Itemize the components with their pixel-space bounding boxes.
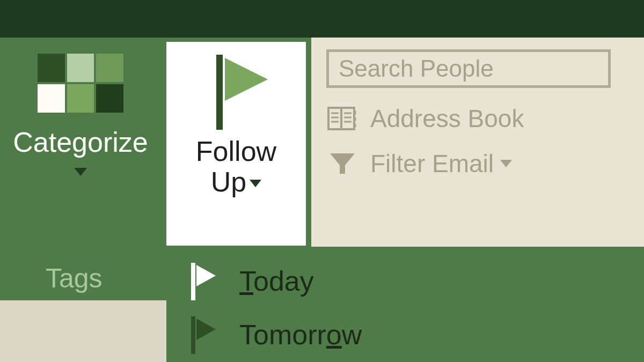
search-placeholder: Search People [339, 55, 494, 82]
categorize-label: Categorize [0, 126, 161, 158]
follow-up-menu: Today Tomorrow [166, 247, 644, 362]
svg-marker-15 [196, 265, 216, 286]
menu-item-tomorrow[interactable]: Tomorrow [166, 308, 644, 361]
follow-up-label: Follow Up [166, 136, 306, 197]
svg-rect-0 [216, 55, 223, 130]
flag-icon [201, 51, 271, 132]
address-book-button[interactable]: Address Book [326, 104, 629, 133]
chevron-down-icon [500, 160, 512, 167]
categorize-icon [38, 54, 123, 113]
svg-rect-14 [191, 263, 195, 300]
follow-up-button[interactable]: Follow Up [166, 42, 306, 246]
ribbon-group-label: Tags [46, 263, 103, 294]
svg-marker-17 [196, 319, 216, 340]
svg-marker-13 [330, 153, 355, 174]
flag-icon [188, 314, 218, 355]
search-people-input[interactable]: Search People [326, 49, 611, 88]
svg-rect-16 [191, 316, 195, 354]
address-book-icon [326, 107, 358, 130]
funnel-icon [326, 151, 358, 176]
filter-email-button[interactable]: Filter Email [326, 149, 629, 178]
background-strip [0, 300, 166, 362]
menu-item-label: Today [239, 265, 314, 297]
find-panel: Search People Address Book [311, 38, 644, 247]
chevron-down-icon [74, 168, 87, 176]
chevron-down-icon [250, 180, 261, 187]
categorize-button[interactable]: Categorize [0, 38, 161, 176]
svg-marker-1 [225, 58, 268, 101]
menu-item-today[interactable]: Today [166, 254, 644, 308]
title-bar [0, 0, 644, 38]
flag-icon [188, 261, 218, 301]
filter-email-label: Filter Email [370, 149, 494, 178]
menu-item-label: Tomorrow [239, 319, 362, 351]
address-book-label: Address Book [370, 104, 524, 133]
